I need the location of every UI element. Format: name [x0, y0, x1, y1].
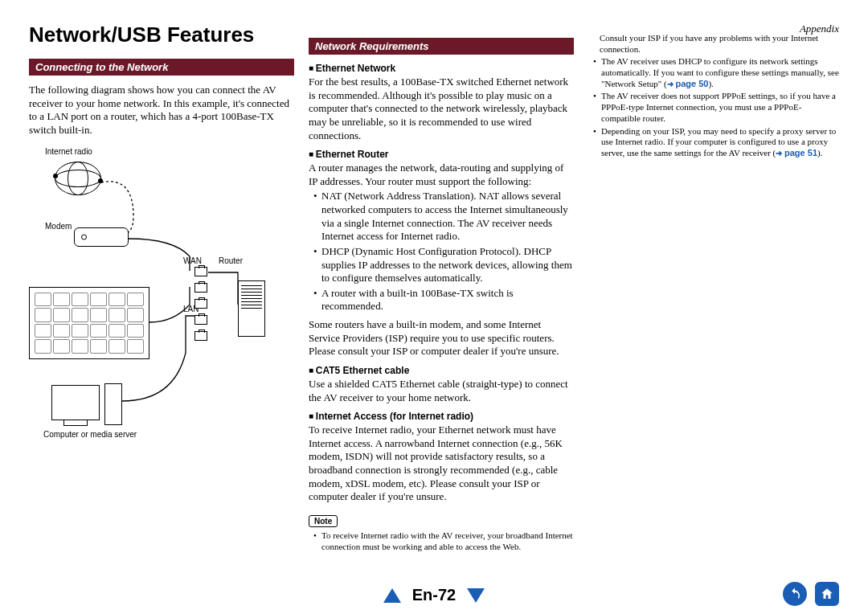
- modem-icon: [74, 227, 129, 247]
- home-icon: [820, 587, 834, 601]
- text: ).: [817, 148, 822, 158]
- p-internet-access: To receive Internet radio, your Ethernet…: [309, 424, 574, 504]
- intro-paragraph: The following diagram shows how you can …: [29, 84, 294, 137]
- undo-arrow-icon: [788, 587, 802, 601]
- next-page-button[interactable]: [467, 588, 485, 603]
- network-diagram: Internet radio Modem WAN LAN Router: [29, 144, 286, 433]
- router-vents: [241, 285, 262, 309]
- label-modem: Modem: [45, 222, 72, 231]
- list-item: DHCP (Dynamic Host Configuration Protoco…: [313, 245, 574, 285]
- p-ethernet-network: For the best results, a 100Base-TX switc…: [309, 76, 574, 142]
- h-ethernet-network: Ethernet Network: [309, 63, 574, 74]
- page-number: En-72: [412, 586, 456, 604]
- list-item: NAT (Network Address Translation). NAT a…: [313, 190, 574, 244]
- label-router: Router: [219, 256, 243, 265]
- appendix-label: Appendix: [800, 23, 839, 35]
- section-connecting: Connecting to the Network: [29, 59, 294, 76]
- label-computer: Computer or media server: [43, 430, 137, 439]
- note-bullets: To receive Internet radio with the AV re…: [313, 530, 574, 553]
- link-page-51[interactable]: page 51: [776, 148, 817, 158]
- p-router-tail: Some routers have a built-in modem, and …: [309, 318, 574, 358]
- h-ethernet-router: Ethernet Router: [309, 149, 574, 160]
- list-item: The AV receiver uses DHCP to configure i…: [593, 56, 839, 89]
- p-ethernet-router: A router manages the network, data-routi…: [309, 162, 574, 188]
- list-item: Depending on your ISP, you may need to s…: [593, 126, 839, 159]
- section-requirements: Network Requirements: [309, 38, 574, 55]
- list-item: To receive Internet radio with the AV re…: [313, 530, 574, 553]
- router-ports: [194, 267, 207, 341]
- label-wan: WAN: [183, 256, 202, 265]
- globe-icon: [55, 162, 101, 195]
- list-item: The AV receiver does not support PPPoE s…: [593, 91, 839, 124]
- av-receiver-icon: [29, 287, 149, 359]
- p-cat5: Use a shielded CAT5 Ethernet cable (stra…: [309, 378, 574, 404]
- h-cat5: CAT5 Ethernet cable: [309, 365, 574, 376]
- p-consult-isp: Consult your ISP if you have any problem…: [600, 32, 839, 55]
- pc-tower-icon: [104, 383, 122, 425]
- router-bullets: NAT (Network Address Translation). NAT a…: [313, 190, 574, 313]
- back-button[interactable]: [783, 582, 807, 606]
- list-item: A router with a built-in 100Base-TX swit…: [313, 287, 574, 313]
- note-label: Note: [309, 515, 338, 527]
- page-title: Network/USB Features: [29, 23, 294, 47]
- prev-page-button[interactable]: [383, 588, 401, 603]
- label-internet-radio: Internet radio: [45, 147, 92, 156]
- text: The AV receiver uses DHCP to configure i…: [601, 56, 839, 88]
- h-internet-access: Internet Access (for Internet radio): [309, 411, 574, 422]
- link-page-50[interactable]: page 50: [667, 79, 709, 88]
- home-button[interactable]: [815, 582, 839, 606]
- text: ).: [708, 79, 713, 88]
- monitor-icon: [51, 385, 100, 420]
